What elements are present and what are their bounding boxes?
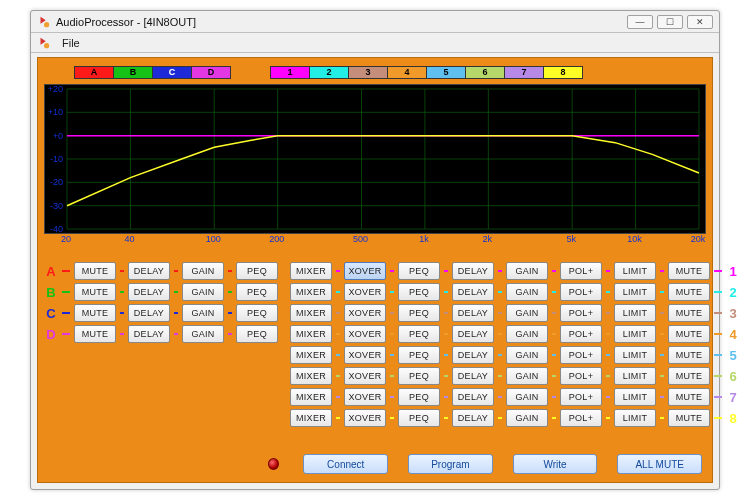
output-4-gain-button[interactable]: GAIN <box>506 325 548 343</box>
output-1-mute-button[interactable]: MUTE <box>668 262 710 280</box>
input-b-delay-button[interactable]: DELAY <box>128 283 170 301</box>
output-8-xover-button[interactable]: XOVER <box>344 409 386 427</box>
output-2-xover-button[interactable]: XOVER <box>344 283 386 301</box>
output-1-polplus-button[interactable]: POL+ <box>560 262 602 280</box>
output-7-gain-button[interactable]: GAIN <box>506 388 548 406</box>
output-1-mixer-button[interactable]: MIXER <box>290 262 332 280</box>
output-2-mixer-button[interactable]: MIXER <box>290 283 332 301</box>
output-5-peq-button[interactable]: PEQ <box>398 346 440 364</box>
input-d-mute-button[interactable]: MUTE <box>74 325 116 343</box>
output-tab-4[interactable]: 4 <box>387 66 427 79</box>
close-button[interactable]: ✕ <box>687 15 713 29</box>
input-d-peq-button[interactable]: PEQ <box>236 325 278 343</box>
output-tab-7[interactable]: 7 <box>504 66 544 79</box>
output-2-gain-button[interactable]: GAIN <box>506 283 548 301</box>
output-4-mixer-button[interactable]: MIXER <box>290 325 332 343</box>
output-7-peq-button[interactable]: PEQ <box>398 388 440 406</box>
output-2-delay-button[interactable]: DELAY <box>452 283 494 301</box>
output-8-delay-button[interactable]: DELAY <box>452 409 494 427</box>
output-6-delay-button[interactable]: DELAY <box>452 367 494 385</box>
input-d-gain-button[interactable]: GAIN <box>182 325 224 343</box>
input-tab-b[interactable]: B <box>113 66 153 79</box>
input-d-delay-button[interactable]: DELAY <box>128 325 170 343</box>
output-5-polplus-button[interactable]: POL+ <box>560 346 602 364</box>
output-5-gain-button[interactable]: GAIN <box>506 346 548 364</box>
input-a-delay-button[interactable]: DELAY <box>128 262 170 280</box>
output-8-mixer-button[interactable]: MIXER <box>290 409 332 427</box>
output-7-limit-button[interactable]: LIMIT <box>614 388 656 406</box>
output-2-limit-button[interactable]: LIMIT <box>614 283 656 301</box>
output-1-xover-button[interactable]: XOVER <box>344 262 386 280</box>
minimize-button[interactable]: — <box>627 15 653 29</box>
output-tab-1[interactable]: 1 <box>270 66 310 79</box>
input-tab-a[interactable]: A <box>74 66 114 79</box>
output-tab-3[interactable]: 3 <box>348 66 388 79</box>
input-a-peq-button[interactable]: PEQ <box>236 262 278 280</box>
input-c-delay-button[interactable]: DELAY <box>128 304 170 322</box>
write-button[interactable]: Write <box>513 454 598 474</box>
output-5-delay-button[interactable]: DELAY <box>452 346 494 364</box>
output-8-polplus-button[interactable]: POL+ <box>560 409 602 427</box>
output-3-xover-button[interactable]: XOVER <box>344 304 386 322</box>
output-6-mute-button[interactable]: MUTE <box>668 367 710 385</box>
output-3-limit-button[interactable]: LIMIT <box>614 304 656 322</box>
output-4-delay-button[interactable]: DELAY <box>452 325 494 343</box>
input-b-mute-button[interactable]: MUTE <box>74 283 116 301</box>
output-6-limit-button[interactable]: LIMIT <box>614 367 656 385</box>
output-2-peq-button[interactable]: PEQ <box>398 283 440 301</box>
output-6-xover-button[interactable]: XOVER <box>344 367 386 385</box>
output-5-limit-button[interactable]: LIMIT <box>614 346 656 364</box>
input-tab-c[interactable]: C <box>152 66 192 79</box>
input-b-gain-button[interactable]: GAIN <box>182 283 224 301</box>
output-3-gain-button[interactable]: GAIN <box>506 304 548 322</box>
connect-button[interactable]: Connect <box>303 454 388 474</box>
output-5-xover-button[interactable]: XOVER <box>344 346 386 364</box>
output-3-polplus-button[interactable]: POL+ <box>560 304 602 322</box>
output-1-delay-button[interactable]: DELAY <box>452 262 494 280</box>
output-tab-6[interactable]: 6 <box>465 66 505 79</box>
output-tab-8[interactable]: 8 <box>543 66 583 79</box>
output-5-mixer-button[interactable]: MIXER <box>290 346 332 364</box>
output-1-peq-button[interactable]: PEQ <box>398 262 440 280</box>
output-8-mute-button[interactable]: MUTE <box>668 409 710 427</box>
output-5-mute-button[interactable]: MUTE <box>668 346 710 364</box>
output-4-peq-button[interactable]: PEQ <box>398 325 440 343</box>
output-2-mute-button[interactable]: MUTE <box>668 283 710 301</box>
program-button[interactable]: Program <box>408 454 493 474</box>
input-c-gain-button[interactable]: GAIN <box>182 304 224 322</box>
all-mute-button[interactable]: ALL MUTE <box>617 454 702 474</box>
output-tab-5[interactable]: 5 <box>426 66 466 79</box>
output-3-peq-button[interactable]: PEQ <box>398 304 440 322</box>
output-6-peq-button[interactable]: PEQ <box>398 367 440 385</box>
output-1-limit-button[interactable]: LIMIT <box>614 262 656 280</box>
output-7-polplus-button[interactable]: POL+ <box>560 388 602 406</box>
output-8-peq-button[interactable]: PEQ <box>398 409 440 427</box>
input-a-gain-button[interactable]: GAIN <box>182 262 224 280</box>
input-c-mute-button[interactable]: MUTE <box>74 304 116 322</box>
output-4-polplus-button[interactable]: POL+ <box>560 325 602 343</box>
output-7-xover-button[interactable]: XOVER <box>344 388 386 406</box>
output-7-delay-button[interactable]: DELAY <box>452 388 494 406</box>
output-1-gain-button[interactable]: GAIN <box>506 262 548 280</box>
output-7-mixer-button[interactable]: MIXER <box>290 388 332 406</box>
output-3-mixer-button[interactable]: MIXER <box>290 304 332 322</box>
menu-file[interactable]: File <box>56 35 86 51</box>
output-4-limit-button[interactable]: LIMIT <box>614 325 656 343</box>
output-8-limit-button[interactable]: LIMIT <box>614 409 656 427</box>
output-8-gain-button[interactable]: GAIN <box>506 409 548 427</box>
input-tab-d[interactable]: D <box>191 66 231 79</box>
output-3-delay-button[interactable]: DELAY <box>452 304 494 322</box>
output-6-polplus-button[interactable]: POL+ <box>560 367 602 385</box>
input-b-peq-button[interactable]: PEQ <box>236 283 278 301</box>
output-4-xover-button[interactable]: XOVER <box>344 325 386 343</box>
output-7-mute-button[interactable]: MUTE <box>668 388 710 406</box>
output-4-mute-button[interactable]: MUTE <box>668 325 710 343</box>
input-a-mute-button[interactable]: MUTE <box>74 262 116 280</box>
output-2-polplus-button[interactable]: POL+ <box>560 283 602 301</box>
output-6-mixer-button[interactable]: MIXER <box>290 367 332 385</box>
output-3-mute-button[interactable]: MUTE <box>668 304 710 322</box>
input-c-peq-button[interactable]: PEQ <box>236 304 278 322</box>
maximize-button[interactable]: ☐ <box>657 15 683 29</box>
output-6-gain-button[interactable]: GAIN <box>506 367 548 385</box>
output-tab-2[interactable]: 2 <box>309 66 349 79</box>
